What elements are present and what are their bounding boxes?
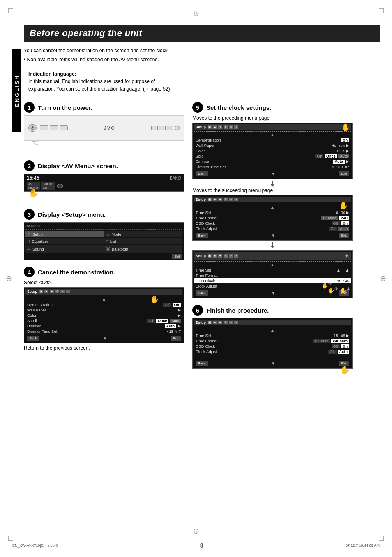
- osd-time-s5-3: 15 : 45: [337, 278, 349, 283]
- dimmer-auto-btn[interactable]: Auto: [165, 324, 177, 328]
- hand-icon-s5-2: ✋: [339, 201, 348, 210]
- ca-val-s5-2: Off Auto: [329, 227, 349, 231]
- down-arrow-divider-2: [192, 242, 353, 248]
- setup-title-s4: Setup: [27, 290, 37, 294]
- eq-icon: ♬: [27, 239, 30, 244]
- step-3-num: 3: [24, 209, 35, 220]
- step-4-subtitle: Select <Off>.: [24, 280, 184, 285]
- osd-on-s6[interactable]: On: [341, 344, 350, 348]
- row-osd-s6: OSD Clock Off On: [194, 343, 351, 349]
- col-lbl-s5-1: Color: [196, 149, 205, 153]
- sound-icon: ◎: [27, 247, 31, 251]
- scroll-once-btn[interactable]: Once: [156, 319, 169, 323]
- arrow-up-s6: ▲: [194, 328, 351, 332]
- dt-lbl-s5-1: Dimmer Time Set: [196, 165, 226, 169]
- row-timeset-s5-2: Time Set 0 : 00 ▶: [194, 210, 351, 215]
- av-menu-screen: AV Menu ⚙ Setup ☼ Mode ♬ Equa: [24, 222, 184, 260]
- screen-header-s6: Setup ▣ ● ✦ A ≡ ♪: [194, 320, 351, 325]
- osd-lbl-s5-3: OSD Clock: [196, 278, 215, 283]
- ca-auto-s6[interactable]: Auto: [338, 350, 350, 354]
- ts-m-s6: 45: [341, 333, 345, 338]
- band-label: BAND: [170, 176, 181, 181]
- back-s5-3[interactable]: Back: [196, 290, 208, 296]
- back-s6[interactable]: Back: [196, 361, 208, 366]
- screen-footer-s6: Back ▼ Exit: [194, 360, 351, 367]
- step-2-num: 2: [24, 160, 35, 171]
- hand-1-icon: ✋①: [327, 287, 338, 294]
- header-icons-s6: ▣ ● ✦ A ≡ ♪: [208, 321, 238, 324]
- scroll-off-btn[interactable]: Off: [147, 319, 155, 323]
- down-arrow-divider-1: [192, 181, 353, 187]
- setup-title-s5-1: Setup: [196, 125, 206, 129]
- short-cut-btn[interactable]: SHORTCUT: [41, 182, 56, 190]
- row-dimmer-s4: Dimmer Auto ▶: [25, 323, 182, 329]
- exit-btn-s4[interactable]: Exit: [171, 336, 181, 341]
- demo-off-btn[interactable]: Off: [163, 303, 171, 307]
- back-btn-s4[interactable]: Back: [27, 336, 39, 341]
- ico5: ≡: [229, 125, 233, 129]
- compass-right: ⊕: [380, 274, 386, 283]
- ca-off-s5-2[interactable]: Off: [329, 227, 337, 231]
- ico1b: ▣: [208, 198, 212, 201]
- av-menu-list[interactable]: ≡ List: [104, 238, 182, 244]
- av-menu-equalizer[interactable]: ♬ Equalizer: [25, 238, 104, 244]
- main-content: Before operating the unit You can cancel…: [24, 25, 380, 532]
- scr-val-s5-1: Off Once Auto: [315, 154, 349, 158]
- osd-on-s5-2[interactable]: On: [341, 221, 350, 225]
- indication-box: Indication language: In this manual, Eng…: [24, 67, 180, 96]
- row-dimmer-time-s4: Dimmer Time Set > 18 ☆ 7: [25, 329, 182, 334]
- knob-icon: [57, 184, 63, 188]
- av-menu-sound[interactable]: ◎ Sound: [25, 245, 104, 253]
- demo-on-btn[interactable]: On: [173, 303, 181, 307]
- av-menu-bluetooth[interactable]: Ⓑ Bluetooth: [104, 245, 182, 253]
- ico6: ♪: [234, 125, 238, 129]
- osd-off-s6[interactable]: Off: [332, 344, 340, 348]
- setup-label: Setup: [32, 232, 43, 237]
- color-arrow-s4: ▶: [178, 313, 181, 318]
- back-s5-1[interactable]: Back: [196, 171, 208, 176]
- header-icons-s4: ▣ ● ✦ A ≡ ♪: [39, 290, 70, 293]
- exit-s5-1[interactable]: Exit: [339, 171, 349, 176]
- device-illustration: ⏻ JVC ☞: [24, 115, 184, 141]
- step-4-title: Cancel the demonstration.: [38, 269, 115, 276]
- clock-display: 15:45: [27, 175, 39, 181]
- scr-lbl-s5-1: Scroll: [196, 154, 205, 158]
- scroll-auto-btn[interactable]: Auto: [170, 319, 181, 323]
- av-exit-btn[interactable]: Exit: [172, 254, 182, 259]
- scr-once-s5-1: Once: [325, 154, 337, 158]
- dotted-s5-1: [194, 130, 351, 132]
- osd-lbl-s5-2: OSD Clock: [196, 221, 215, 225]
- osd-off-s5-2[interactable]: Off: [332, 221, 340, 225]
- dotted-s5-2: [194, 203, 351, 204]
- ico1d: ▣: [208, 321, 212, 324]
- ts-h-s6: 15: [334, 333, 338, 338]
- av-menu-setup[interactable]: ⚙ Setup: [25, 231, 104, 237]
- scr-off-s5-1: Off: [315, 154, 323, 158]
- ca-off-s6[interactable]: Off: [328, 350, 337, 354]
- tf-12h-s5-2[interactable]: 12Hours: [321, 216, 338, 220]
- exit-s5-2[interactable]: Exit: [339, 233, 349, 238]
- dim-arrow-s5-1: ▶: [346, 159, 349, 164]
- arrow-up-s5-2: ▲: [194, 205, 351, 209]
- osd-lbl-s6: OSD Clock: [196, 344, 215, 348]
- tf-24h-s6[interactable]: 24Hours: [331, 339, 349, 343]
- dimmer-time-val2: ☆ 7: [174, 330, 181, 334]
- page-title: Before operating the unit: [24, 25, 380, 42]
- ico4c: A: [224, 254, 228, 258]
- ca-auto-s5-2[interactable]: Auto: [338, 227, 349, 231]
- step-5-screen3: Setup ▣ ● ✦ A ≡ ♪ ✦ ▲ T: [192, 250, 353, 298]
- setup-title-s6: Setup: [196, 320, 206, 325]
- ico3c: ✦: [218, 254, 222, 258]
- back-s5-2[interactable]: Back: [196, 233, 208, 238]
- bluetooth-label: Bluetooth: [112, 247, 128, 251]
- ico2d: ●: [213, 321, 217, 324]
- av-menu-mode[interactable]: ☼ Mode: [104, 231, 182, 237]
- col-val-s5-1: Blue ▶: [337, 149, 349, 153]
- dotted-s6: [194, 326, 351, 327]
- demo-label-s4: Demonstration: [27, 302, 53, 307]
- screen-header-s5-1: Setup ▣ ● ✦ A ≡ ♪: [194, 124, 351, 130]
- wallpaper-label-s4: Wall Paper: [27, 308, 46, 312]
- tf-12h-s6[interactable]: 12Hours: [313, 339, 330, 343]
- osd-col: :: [343, 278, 344, 283]
- tf-24h-s5-2[interactable]: 24H: [339, 216, 349, 220]
